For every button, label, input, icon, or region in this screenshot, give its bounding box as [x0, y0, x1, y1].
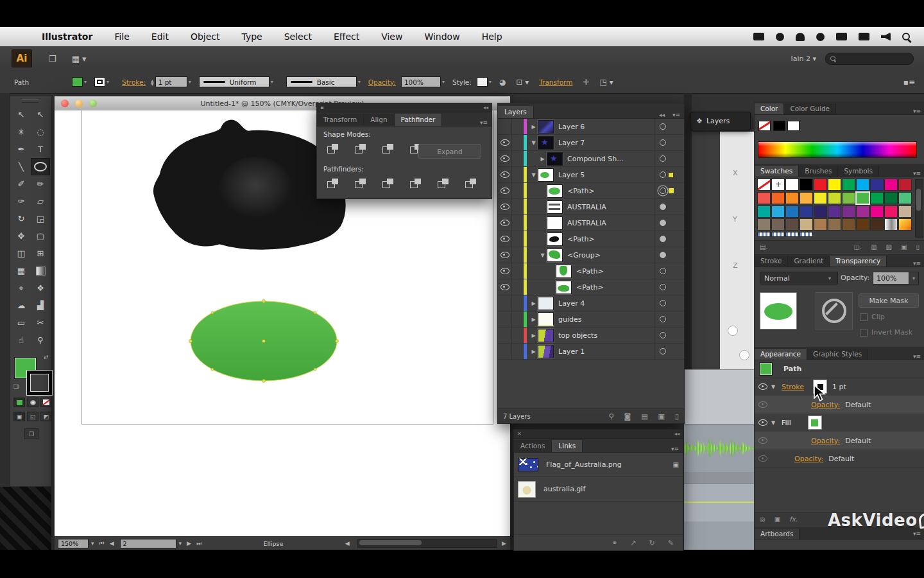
fx-icon[interactable]: fx.: [789, 516, 798, 523]
pencil-tool[interactable]: ✏: [31, 175, 50, 193]
menu-file[interactable]: File: [114, 31, 129, 42]
blend-mode-select[interactable]: Normal▾: [760, 272, 838, 285]
tools-panel-grip[interactable]: [22, 99, 38, 103]
lock-toggle[interactable]: [512, 263, 524, 279]
shape-builder-tool[interactable]: ◫: [12, 245, 31, 262]
color-spectrum-bar[interactable]: [758, 141, 917, 158]
lasso-tool[interactable]: ◌: [31, 123, 50, 141]
target-cell[interactable]: [654, 311, 684, 327]
swatch[interactable]: [842, 192, 855, 204]
layer-thumbnail[interactable]: [556, 265, 572, 278]
locate-object-icon[interactable]: ⚲: [608, 412, 613, 421]
make-mask-icon[interactable]: ◙: [624, 412, 631, 421]
visibility-toggle[interactable]: [498, 151, 512, 166]
screen-mode-button[interactable]: ❐: [24, 428, 38, 439]
layer-thumbnail[interactable]: [556, 281, 572, 294]
appearance-row-opacity[interactable]: Opacity:Default: [755, 432, 924, 450]
document-setup-icon[interactable]: ◕: [499, 78, 506, 87]
tab-transparency[interactable]: Transparency: [830, 256, 887, 267]
target-icon[interactable]: [660, 139, 666, 146]
layer-row[interactable]: ▼Layer 7: [498, 135, 684, 151]
visibility-toggle[interactable]: [498, 231, 512, 247]
swatch[interactable]: [884, 192, 898, 204]
appearance-row-fill[interactable]: ▼Fill: [755, 414, 924, 432]
swatch[interactable]: [814, 218, 827, 231]
network-icon[interactable]: [816, 33, 825, 41]
tab-color-guide[interactable]: Color Guide: [784, 103, 836, 114]
relink-icon[interactable]: ⚭: [612, 539, 617, 547]
style-swatch[interactable]: [477, 77, 488, 87]
swatch[interactable]: [814, 192, 827, 204]
target-icon[interactable]: [660, 268, 666, 274]
target-icon[interactable]: [660, 252, 666, 258]
layer-row[interactable]: ▶Compound Sh...: [498, 151, 684, 167]
tab-artboards[interactable]: Artboards: [755, 529, 800, 539]
lock-toggle[interactable]: [512, 151, 524, 166]
layer-thumbnail[interactable]: [538, 312, 554, 326]
make-mask-button[interactable]: Make Mask: [859, 293, 919, 308]
artboards-panel-menu-icon[interactable]: ▾≡: [909, 530, 924, 537]
swatch[interactable]: [898, 179, 912, 191]
scrollbar-thumb[interactable]: [359, 540, 422, 545]
panel-menu-icon[interactable]: ▾≡: [476, 119, 492, 126]
swatch[interactable]: [771, 179, 785, 191]
target-cell[interactable]: [654, 231, 684, 247]
tab-layers[interactable]: Layers: [498, 106, 534, 118]
swatch[interactable]: [757, 179, 771, 191]
tab-transform[interactable]: Transform: [317, 114, 364, 126]
layer-thumbnail[interactable]: [547, 200, 563, 214]
tab-links[interactable]: Links: [552, 440, 583, 452]
horizontal-scrollbar[interactable]: [357, 539, 497, 548]
tab-color[interactable]: Color: [755, 103, 784, 114]
lock-toggle[interactable]: [512, 279, 524, 295]
target-cell[interactable]: [654, 344, 684, 359]
perspective-grid-tool[interactable]: ⊞: [31, 245, 50, 262]
swatch[interactable]: [856, 179, 869, 191]
swatch[interactable]: [757, 218, 771, 231]
expand-arrow-icon[interactable]: ▶: [529, 349, 538, 355]
layer-row[interactable]: <Path>: [498, 263, 684, 279]
target-icon[interactable]: [660, 155, 666, 162]
target-icon[interactable]: [660, 204, 666, 210]
appearance-row-opacity[interactable]: Opacity:Default: [755, 450, 924, 468]
layer-name[interactable]: AUSTRALIA: [567, 219, 654, 227]
close-panel-icon[interactable]: ✕: [517, 431, 522, 437]
menu-window[interactable]: Window: [424, 31, 459, 42]
target-icon[interactable]: [660, 332, 666, 338]
swatch[interactable]: [785, 179, 799, 191]
swatch[interactable]: [828, 206, 841, 218]
swatch[interactable]: [757, 206, 771, 218]
magic-wand-tool[interactable]: ✳: [12, 123, 31, 141]
visibility-toggle[interactable]: [498, 135, 512, 150]
paintbrush-tool[interactable]: ✐: [12, 175, 31, 193]
edit-original-icon[interactable]: ✎: [668, 539, 674, 547]
layer-name[interactable]: Layer 6: [558, 123, 654, 131]
target-cell[interactable]: [654, 183, 684, 198]
menu-object[interactable]: Object: [191, 31, 220, 42]
target-icon[interactable]: [660, 236, 666, 242]
opacity-dropdown-icon[interactable]: ▾: [909, 272, 919, 285]
scroll-right-icon[interactable]: ▶: [502, 540, 506, 547]
lock-toggle[interactable]: [512, 344, 524, 359]
swatch[interactable]: [757, 192, 771, 204]
layer-thumbnail[interactable]: [547, 249, 563, 262]
expand-arrow-icon[interactable]: ▶: [529, 333, 538, 338]
selection-tool[interactable]: ↖: [12, 106, 31, 123]
transparency-opacity-field[interactable]: 100%: [873, 272, 914, 285]
invert-mask-checkbox[interactable]: Invert Mask: [860, 328, 912, 337]
pen-tool[interactable]: ✒: [12, 141, 31, 158]
volume-icon[interactable]: [881, 33, 891, 41]
gradient-tool[interactable]: [31, 262, 50, 279]
minus-front-icon[interactable]: [352, 142, 369, 155]
target-icon[interactable]: [660, 123, 666, 130]
zoom-tool[interactable]: ⚲: [31, 331, 50, 349]
visibility-toggle[interactable]: [498, 295, 512, 311]
time-machine-icon[interactable]: [859, 33, 869, 40]
stroke-link[interactable]: Stroke: [782, 383, 804, 391]
visibility-toggle[interactable]: [498, 311, 512, 327]
fill-color-swatch[interactable]: [72, 77, 83, 87]
swatch[interactable]: [898, 192, 912, 204]
swatch[interactable]: [898, 218, 912, 231]
visibility-toggle[interactable]: [498, 247, 512, 263]
swatch[interactable]: [842, 206, 855, 218]
